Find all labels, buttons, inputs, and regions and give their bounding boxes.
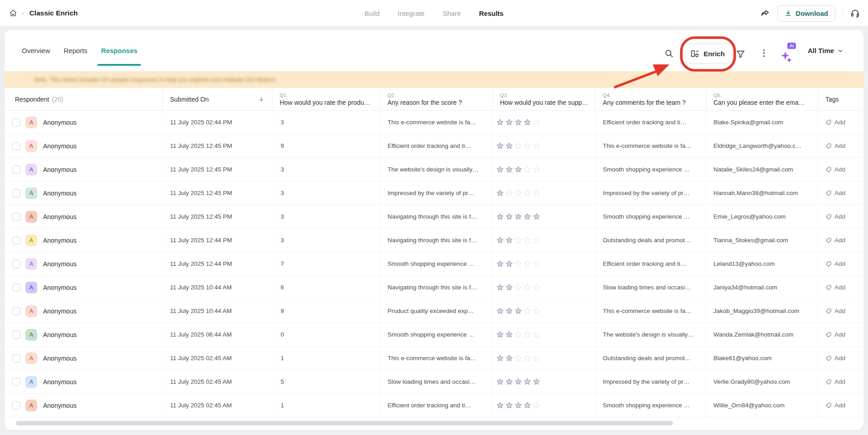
respondent-cell: A Anonymous	[5, 205, 162, 228]
star-icon	[533, 189, 540, 197]
download-button[interactable]: Download	[777, 5, 835, 22]
star-icon	[524, 236, 531, 244]
add-tag-label: Add	[834, 213, 845, 220]
add-tag-label: Add	[834, 190, 845, 196]
headset-icon[interactable]	[850, 9, 860, 18]
respondent-cell: A Anonymous	[5, 158, 162, 181]
home-icon[interactable]	[9, 9, 17, 17]
add-tag-button[interactable]: Add	[825, 213, 845, 220]
respondent-name: Anonymous	[43, 260, 77, 268]
table-row[interactable]: A Anonymous 11 July 2025 06:44 AM 0 Smoo…	[5, 323, 863, 347]
q1-rating-cell: 9	[272, 299, 380, 323]
star-icon	[514, 283, 522, 291]
table-row[interactable]: A Anonymous 11 July 2025 02:45 AM 5 Slow…	[5, 370, 863, 394]
tag-icon	[825, 308, 832, 314]
row-checkbox[interactable]	[12, 283, 20, 292]
table-row[interactable]: A Anonymous 11 July 2025 02:44 PM 3 This…	[5, 111, 863, 134]
row-checkbox[interactable]	[12, 401, 20, 410]
table-row[interactable]: A Anonymous 11 July 2025 12:44 PM 7 Smoo…	[5, 252, 863, 276]
add-tag-button[interactable]: Add	[825, 166, 845, 173]
table-row[interactable]: A Anonymous 11 July 2025 12:45 PM 3 The …	[5, 158, 863, 181]
table-row[interactable]: A Anonymous 11 July 2025 12:45 PM 9 Effi…	[5, 134, 863, 158]
tag-icon	[825, 402, 832, 409]
add-tag-button[interactable]: Add	[825, 260, 845, 267]
avatar: A	[25, 258, 37, 270]
add-tag-button[interactable]: Add	[825, 237, 845, 244]
add-tag-button[interactable]: Add	[825, 355, 845, 362]
star-icon	[524, 213, 531, 220]
kebab-menu-icon[interactable]: ⋮	[760, 49, 768, 57]
row-checkbox[interactable]	[12, 236, 20, 244]
results-tabs: Overview Reports Responses	[22, 30, 137, 71]
all-time-dropdown[interactable]: All Time	[808, 30, 844, 71]
avatar: A	[25, 117, 37, 128]
table-row[interactable]: A Anonymous 11 July 2025 12:45 PM 3 Navi…	[5, 205, 863, 229]
row-checkbox[interactable]	[12, 118, 20, 127]
table-row[interactable]: A Anonymous 11 July 2025 12:44 PM 3 Navi…	[5, 229, 863, 252]
tab-integrate[interactable]: Integrate	[398, 10, 424, 17]
add-tag-label: Add	[834, 308, 845, 314]
star-icon	[524, 142, 531, 150]
q3-star-rating-cell	[492, 205, 595, 228]
q4-answer-cell: This e-commerce website is fa…	[595, 134, 706, 157]
sort-descending-icon[interactable]	[258, 96, 265, 103]
row-checkbox[interactable]	[12, 354, 20, 362]
add-tag-button[interactable]: Add	[825, 190, 845, 196]
row-checkbox[interactable]	[12, 166, 20, 174]
share-arrow-icon[interactable]	[760, 8, 770, 18]
avatar: A	[25, 164, 37, 176]
star-icon	[496, 189, 504, 197]
table-row[interactable]: A Anonymous 11 July 2025 10:44 AM 6 Navi…	[5, 276, 863, 299]
q4-answer-cell: This e-commerce website is fa…	[595, 299, 706, 323]
horizontal-scrollbar[interactable]	[16, 421, 673, 425]
ai-sparkle-icon[interactable]: AI	[780, 50, 795, 65]
filter-icon[interactable]	[736, 49, 746, 59]
q3-star-rating-cell	[492, 347, 595, 370]
row-checkbox[interactable]	[12, 307, 20, 315]
table-header: Respondent (20) Submitted On Q1.How woul…	[5, 88, 863, 111]
row-checkbox[interactable]	[12, 142, 20, 150]
table-row[interactable]: A Anonymous 11 July 2025 10:44 AM 9 Prod…	[5, 299, 863, 323]
submitted-on-cell: 11 July 2025 06:44 AM	[162, 323, 272, 346]
tab-results[interactable]: Results	[479, 10, 504, 17]
add-tag-button[interactable]: Add	[825, 119, 845, 126]
results-card: Overview Reports Responses Enrich	[5, 30, 863, 430]
q2-answer-cell: Navigating through this site is f…	[380, 276, 492, 299]
add-tag-button[interactable]: Add	[825, 308, 845, 314]
q5-email-cell: Leland13@yahoo.com	[706, 252, 818, 275]
add-tag-button[interactable]: Add	[825, 378, 845, 385]
add-tag-button[interactable]: Add	[825, 142, 845, 149]
row-checkbox[interactable]	[12, 331, 20, 339]
respondent-name: Anonymous	[43, 166, 77, 173]
star-icon	[533, 307, 540, 315]
add-tag-button[interactable]: Add	[825, 402, 845, 409]
star-icon	[533, 213, 540, 220]
q5-email-cell: Eldridge_Langworth@yahoo.c…	[706, 134, 818, 157]
tab-build[interactable]: Build	[364, 10, 379, 17]
row-checkbox[interactable]	[12, 189, 20, 197]
tab-reports[interactable]: Reports	[64, 30, 88, 71]
tag-icon	[825, 190, 832, 196]
add-tag-button[interactable]: Add	[825, 284, 845, 291]
enrich-button[interactable]: Enrich	[683, 44, 732, 64]
tab-overview[interactable]: Overview	[22, 30, 50, 71]
add-tag-label: Add	[834, 237, 845, 244]
submitted-on-cell: 11 July 2025 12:45 PM	[162, 158, 272, 181]
tag-icon	[825, 119, 832, 126]
table-row[interactable]: A Anonymous 11 July 2025 02:45 AM 1 This…	[5, 347, 863, 370]
search-icon[interactable]	[664, 49, 674, 59]
table-row[interactable]: A Anonymous 11 July 2025 12:45 PM 3 Impr…	[5, 181, 863, 205]
submitted-on-cell: 11 July 2025 02:44 PM	[162, 111, 272, 134]
tab-share[interactable]: Share	[443, 10, 461, 17]
star-icon	[496, 118, 504, 126]
row-checkbox[interactable]	[12, 378, 20, 386]
add-tag-button[interactable]: Add	[825, 331, 845, 338]
star-icon	[514, 401, 522, 409]
row-checkbox[interactable]	[12, 260, 20, 268]
tags-cell: Add	[818, 205, 845, 228]
row-checkbox[interactable]	[12, 213, 20, 221]
table-row[interactable]: A Anonymous 11 July 2025 02:45 AM 1 Effi…	[5, 394, 863, 417]
star-icon	[496, 331, 504, 338]
tab-responses[interactable]: Responses	[101, 30, 137, 71]
tag-icon	[825, 355, 832, 362]
